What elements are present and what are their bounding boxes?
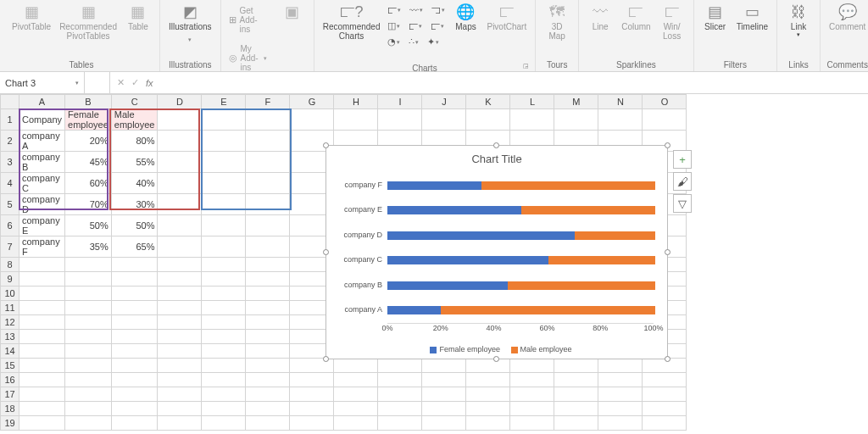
cell[interactable] [466,359,510,373]
cell[interactable] [334,387,378,402]
maps-button[interactable]: 🌐Maps [449,2,481,33]
col-header[interactable]: D [158,95,202,109]
row-header[interactable]: 4 [1,173,19,194]
cell[interactable] [378,416,422,431]
row-header[interactable]: 9 [1,272,19,287]
cell[interactable] [65,359,112,373]
row-header[interactable]: 5 [1,194,19,215]
cell[interactable] [202,152,246,173]
line-chart-button[interactable]: 〰▾ [407,4,426,16]
cell[interactable] [466,387,510,402]
cell[interactable] [111,272,158,287]
cell[interactable] [246,272,290,287]
cell[interactable] [422,402,466,416]
bar-segment[interactable] [387,231,575,240]
slicer-button[interactable]: ▤Slicer [699,2,732,33]
cell[interactable]: 20% [65,131,112,152]
cell[interactable] [422,109,466,131]
bing-maps-button[interactable]: ▣ [276,2,309,22]
cell[interactable] [202,173,246,194]
cell[interactable] [290,402,334,416]
cell[interactable] [334,373,378,387]
cell[interactable] [65,301,112,315]
col-header[interactable]: J [422,95,466,109]
cell[interactable] [554,387,598,402]
col-header[interactable]: C [111,95,158,109]
cell[interactable] [466,109,510,131]
cell[interactable] [65,402,112,416]
cell[interactable] [246,258,290,272]
resize-handle[interactable] [493,356,499,362]
cell[interactable]: 55% [111,152,158,173]
cell[interactable] [19,402,65,416]
bar-segment[interactable] [387,306,441,314]
cell[interactable] [158,272,202,287]
cell[interactable] [19,272,65,287]
cell[interactable] [158,402,202,416]
chart-object[interactable]: Chart Title company Fcompany Ecompany Dc… [326,145,668,359]
cell[interactable] [19,344,65,359]
cell[interactable]: Male employee [111,109,158,131]
cell[interactable] [643,416,687,431]
enter-fx-button[interactable]: ✓ [131,77,139,88]
sparkline-line-button[interactable]: 〰Line [584,2,616,33]
col-header[interactable]: G [290,95,334,109]
cell[interactable] [202,402,246,416]
cancel-fx-button[interactable]: ✕ [117,77,125,88]
cell[interactable]: Female employee [65,109,112,131]
cell[interactable] [19,359,65,373]
cell[interactable] [510,387,554,402]
resize-handle[interactable] [323,356,329,362]
cell[interactable] [65,344,112,359]
timeline-button[interactable]: ▭Timeline [733,2,771,33]
cell[interactable] [202,287,246,301]
cell[interactable] [158,131,202,152]
cell[interactable]: 60% [65,173,112,194]
cell[interactable] [19,416,65,431]
cell[interactable] [111,315,158,330]
bar-segment[interactable] [521,206,655,214]
cell[interactable] [111,402,158,416]
cell[interactable] [202,194,246,215]
cell[interactable] [202,359,246,373]
hierarchy-chart-button[interactable]: ◫▾ [385,19,403,32]
cell[interactable] [598,373,643,387]
cell[interactable] [158,109,202,131]
cell[interactable] [111,344,158,359]
cell[interactable] [290,109,334,131]
cell[interactable] [246,344,290,359]
cell[interactable]: company D [19,194,65,215]
cell[interactable] [158,236,202,258]
row-header[interactable]: 8 [1,258,19,272]
cell[interactable] [158,373,202,387]
cell[interactable] [111,301,158,315]
cell[interactable] [334,416,378,431]
chart-filter-button[interactable]: ▽ [673,194,692,213]
cell[interactable] [246,387,290,402]
col-header[interactable]: K [466,95,510,109]
chart-bar[interactable] [387,181,655,190]
cell[interactable] [290,416,334,431]
radar-chart-button[interactable]: ✦▾ [425,36,442,48]
row-header[interactable]: 3 [1,152,19,173]
cell[interactable] [158,387,202,402]
cell[interactable] [65,387,112,402]
cell[interactable] [246,373,290,387]
cell[interactable]: company E [19,215,65,236]
column-chart-button[interactable]: ⫍▾ [385,4,403,16]
cell[interactable] [378,109,422,131]
cell[interactable]: 50% [111,215,158,236]
cell[interactable] [643,387,687,402]
cell[interactable] [643,402,687,416]
row-header[interactable]: 15 [1,359,19,373]
recommended-pivottables-button[interactable]: ▦Recommended PivotTables [56,2,120,42]
pie-chart-button[interactable]: ◔▾ [385,36,403,48]
chart-styles-button[interactable]: 🖌 [673,172,692,191]
bar-segment[interactable] [441,306,655,314]
col-header[interactable]: F [246,95,290,109]
resize-handle[interactable] [493,142,499,148]
col-header[interactable]: A [19,95,65,109]
cell[interactable] [378,387,422,402]
cell[interactable] [334,402,378,416]
col-header[interactable]: O [643,95,687,109]
